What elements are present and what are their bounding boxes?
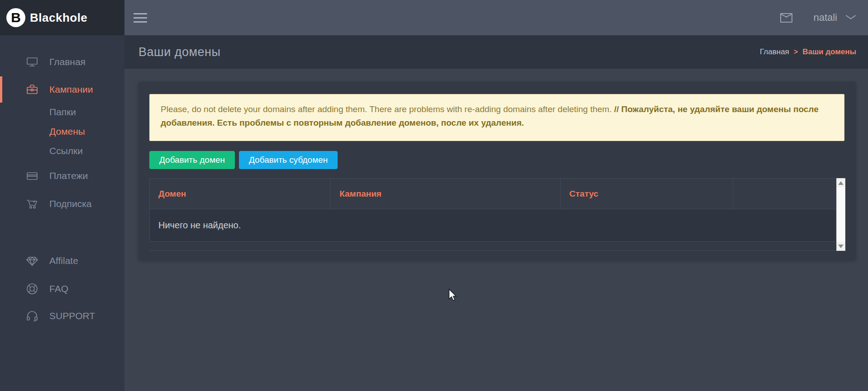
column-header-status: Статус <box>561 179 733 209</box>
sidebar-item-support[interactable]: SUPPORT <box>0 306 124 326</box>
add-subdomain-button[interactable]: Добавить субдомен <box>239 151 338 169</box>
user-menu-label[interactable]: natali <box>813 12 837 24</box>
sidebar-item-label: Affilate <box>49 255 78 266</box>
sidebar-item-platezhi[interactable]: Платежи <box>0 165 124 186</box>
main-content: Please, do not delete your domains after… <box>124 69 868 391</box>
cart-icon <box>26 198 38 210</box>
credit-card-icon <box>26 170 38 182</box>
logo[interactable]: B Blackhole <box>0 0 124 35</box>
actions-row: Добавить домен Добавить субдомен <box>149 151 338 169</box>
domains-table-zone: Домен Кампания Статус Ничего не найдено. <box>149 178 845 251</box>
sidebar-subitem-papki[interactable]: Папки <box>0 102 124 122</box>
warning-banner: Please, do not delete your domains after… <box>149 94 844 141</box>
page-title: Ваши домены <box>138 45 220 59</box>
mail-icon[interactable] <box>780 13 792 23</box>
table-header-row: Домен Кампания Статус <box>149 178 836 209</box>
warning-text-en: Please, do not delete your domains after… <box>161 104 614 114</box>
life-ring-icon <box>26 283 38 295</box>
add-domain-button[interactable]: Добавить домен <box>149 151 235 169</box>
table-row: Ничего не найдено. <box>149 209 836 242</box>
sidebar-item-label: Папки <box>49 107 76 118</box>
sidebar-item-faq[interactable]: FAQ <box>0 278 124 299</box>
gem-icon <box>26 254 38 267</box>
sidebar-subitem-ssylki[interactable]: Ссылки <box>0 141 124 160</box>
chevron-down-icon[interactable] <box>845 14 856 21</box>
sidebar-item-glavnaya[interactable]: Главная <box>0 52 124 72</box>
table-scrollbar[interactable] <box>836 178 845 251</box>
monitor-icon <box>26 56 38 68</box>
logo-icon: B <box>6 8 25 27</box>
headphones-icon <box>26 310 38 322</box>
empty-message: Ничего не найдено. <box>158 220 241 231</box>
sidebar-item-label: Платежи <box>49 170 88 181</box>
sidebar-item-label: Подписка <box>49 198 92 209</box>
briefcase-icon <box>26 83 38 96</box>
sidebar-item-podpiska[interactable]: Подписка <box>0 193 124 214</box>
sidebar-item-label: Домены <box>49 126 85 137</box>
sidebar-item-label: FAQ <box>49 283 68 294</box>
sidebar-item-affilate[interactable]: Affilate <box>0 250 124 271</box>
column-header-actions <box>733 179 836 209</box>
sidebar-item-label: Ссылки <box>49 146 83 156</box>
sidebar-item-label: Главная <box>49 57 86 67</box>
sidebar-subitem-domeny[interactable]: Домены <box>0 122 124 141</box>
domains-card: Please, do not delete your domains after… <box>138 82 855 260</box>
domains-table: Домен Кампания Статус Ничего не найдено. <box>149 178 836 251</box>
column-header-campaign: Кампания <box>331 179 561 209</box>
scroll-up-icon[interactable] <box>837 179 845 187</box>
sidebar-item-label: Кампании <box>49 84 93 95</box>
sidebar-item-label: SUPPORT <box>49 311 95 321</box>
breadcrumb-current: Ваши домены <box>802 47 856 57</box>
breadcrumb: Главная > Ваши домены <box>760 47 856 57</box>
sidebar: Главная Кампании Папки Домены Ссылки Пла… <box>0 35 124 391</box>
menu-toggle-icon[interactable] <box>134 10 147 25</box>
sidebar-item-kampanii[interactable]: Кампании <box>0 79 124 100</box>
topbar: B Blackhole natali <box>0 0 868 35</box>
brand-name: Blackhole <box>30 11 87 25</box>
breadcrumb-separator-icon: > <box>794 48 798 56</box>
scroll-down-icon[interactable] <box>837 242 845 250</box>
column-header-domain: Домен <box>150 179 331 209</box>
page-header: Ваши домены Главная > Ваши домены <box>124 35 868 69</box>
breadcrumb-home-link[interactable]: Главная <box>760 47 789 57</box>
